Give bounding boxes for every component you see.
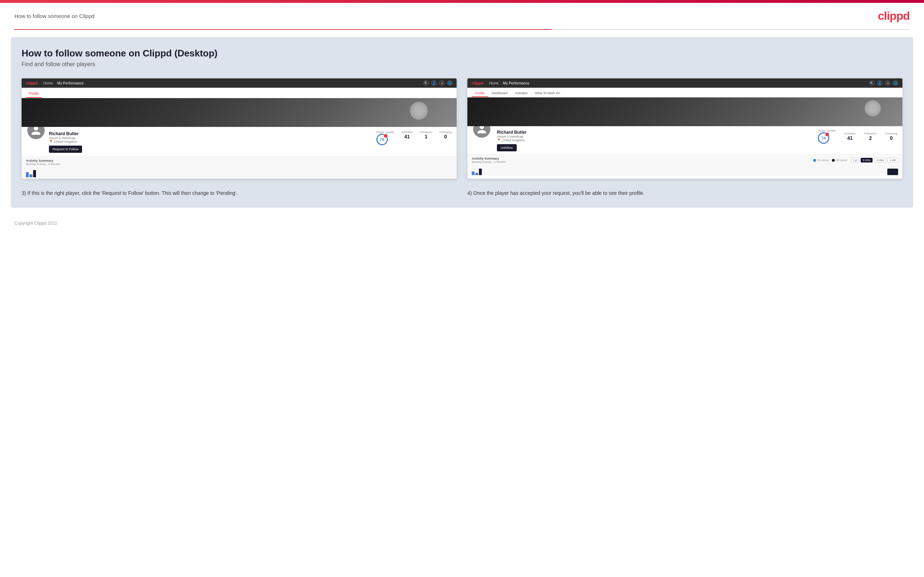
step4-text: 4) Once the player has accepted your req… [467,189,902,197]
quality-stat-2: Player Quality 74 [818,129,836,144]
following-label-1: Following [439,131,452,134]
screenshot-1: clippd Home My Performance 🔍 👤 ⚙ 🌐 Profi… [22,78,457,179]
followers-stat-1: Followers 1 [420,131,432,145]
chart-bar2-3 [479,169,482,175]
settings-icon-1[interactable]: ⚙ [439,81,444,85]
browser-nav-right-2: 🔍 👤 ⚙ 🌐 [869,81,898,85]
request-follow-button-1[interactable]: Request to Follow [49,146,82,153]
player-country-2: 📍 United Kingdom [497,139,697,142]
quality-label-2: Player Quality [818,129,836,132]
tab-profile-2[interactable]: Profile [472,90,488,97]
quality-label-1: Player Quality [376,131,394,134]
player-handicap-1: Above 5 Handicap [49,136,354,140]
activities-label-2: Activities [844,132,856,135]
legend-2: On course Off course [813,159,847,162]
player-handicap-2: Above 5 Handicap [497,135,697,139]
top-bar [0,0,924,3]
following-label-2: Following [885,132,897,135]
filter-6mths[interactable]: 6 mths [861,158,872,163]
quality-circle-1: 74 [376,134,388,145]
mini-logo-2: clippd [472,81,483,85]
tab-activities-2[interactable]: Activities [511,90,531,97]
search-icon-1[interactable]: 🔍 [423,81,428,85]
nav-links-2: Home My Performance [489,81,529,85]
location-icon-2: 📍 [497,139,501,142]
search-icon-2[interactable]: 🔍 [869,81,874,85]
description-box-3: 3) If this is the right player, click th… [22,189,457,197]
profile-tab-bar-2: Profile Dashboard Activities What To Wor… [467,88,902,97]
followers-label-1: Followers [420,131,432,134]
nav-my-performance-2[interactable]: My Performance [503,81,529,85]
nav-home-2[interactable]: Home [489,81,499,85]
activity-summary-label-2: Activity Summary [472,157,506,160]
profile-info-row-2: Richard Butler Above 5 Handicap 📍 United… [472,129,897,152]
filter-1yr[interactable]: 1 yr [851,158,859,163]
tab-dashboard-2[interactable]: Dashboard [488,90,511,97]
globe-icon-2[interactable]: 🌐 [893,81,898,85]
nav-my-performance-1[interactable]: My Performance [57,81,84,85]
activities-value-2: 41 [844,135,856,141]
header-divider [15,29,909,30]
activity-bar-2: Activity Summary Monthly Activity - 6 Mo… [467,154,902,166]
browser-nav-left-1: clippd Home My Performance [26,81,84,85]
header-title: How to follow someone on Clippd [15,13,95,19]
hero-banner-2 [467,97,902,126]
followers-value-2: 2 [864,135,877,141]
main-content: How to follow someone on Clippd (Desktop… [11,37,913,208]
activity-summary-label-1: Activity Summary [26,159,60,163]
browser-nav-left-2: clippd Home My Performance [472,81,529,85]
chart-bar-2 [29,174,32,177]
activities-stat-2: Activities 41 [844,132,856,141]
profile-area-1: Richard Butler Above 5 Handicap 📍 United… [22,127,457,156]
following-stat-2: Following 0 [885,132,897,141]
nav-links-1: Home My Performance [43,81,84,85]
user-icon-2[interactable]: 👤 [877,81,882,85]
description-row: 3) If this is the right player, click th… [22,189,902,197]
step3-text: 3) If this is the right player, click th… [22,189,457,197]
browser-nav-right-1: 🔍 👤 ⚙ 🌐 [423,81,452,85]
unfollow-button-2[interactable]: Unfollow [497,144,517,152]
activities-stat-1: Activities 41 [401,131,413,145]
following-stat-1: Following 0 [439,131,452,145]
screenshots-row: clippd Home My Performance 🔍 👤 ⚙ 🌐 Profi… [22,78,902,179]
globe-icon-1[interactable]: 🌐 [447,81,452,85]
tab-what-to-work-on-2[interactable]: What To Work On [531,90,564,97]
stats-row-1: Player Quality 74 Activities 41 [376,131,452,145]
activity-info-1: Activity Summary Monthly Activity - 6 Mo… [26,159,60,166]
profile-name-area-2: Richard Butler Above 5 Handicap 📍 United… [497,129,697,152]
player-name-1: Richard Butler [49,131,354,136]
followers-value-1: 1 [420,134,432,140]
nav-home-1[interactable]: Home [43,81,53,85]
followers-stat-2: Followers 2 [864,132,877,141]
activity-controls-2: On course Off course 1 yr 6 mths 3 mths … [813,158,898,163]
activity-filters-2: 1 yr 6 mths 3 mths 1 mth [851,158,898,163]
chart-2 [467,166,902,177]
filter-1mth[interactable]: 1 mth [887,158,898,163]
browser-nav-2: clippd Home My Performance 🔍 👤 ⚙ 🌐 [467,78,902,88]
quality-stat-1: Player Quality 74 [376,131,394,145]
footer: Copyright Clippd 2022 [0,215,924,232]
chart-1 [22,168,457,179]
copyright-text: Copyright Clippd 2022 [15,221,57,226]
legend-off-course: Off course [832,159,847,162]
off-course-dot [832,159,835,162]
filter-3mths[interactable]: 3 mths [874,158,886,163]
legend-on-course: On course [813,159,829,162]
activity-info-2: Activity Summary Monthly Activity - 6 Mo… [472,157,506,164]
main-subtitle: Find and follow other players [22,61,902,68]
profile-area-2: Richard Butler Above 5 Handicap 📍 United… [467,126,902,154]
settings-icon-2[interactable]: ⚙ [885,81,890,85]
profile-tab-bar-1: Profile [22,88,457,98]
tab-profile-1[interactable]: Profile [26,90,42,98]
player-name-2: Richard Butler [497,130,697,135]
on-course-dot [813,159,816,162]
activity-bar-1: Activity Summary Monthly Activity - 6 Mo… [22,156,457,168]
user-icon-1[interactable]: 👤 [431,81,436,85]
header: How to follow someone on Clippd clippd [0,3,924,29]
location-icon-1: 📍 [49,140,53,143]
logo: clippd [878,9,909,23]
following-value-2: 0 [885,135,897,141]
player-country-1: 📍 United Kingdom [49,140,354,143]
chart-bar2-1 [472,171,475,175]
main-title: How to follow someone on Clippd (Desktop… [22,48,902,59]
